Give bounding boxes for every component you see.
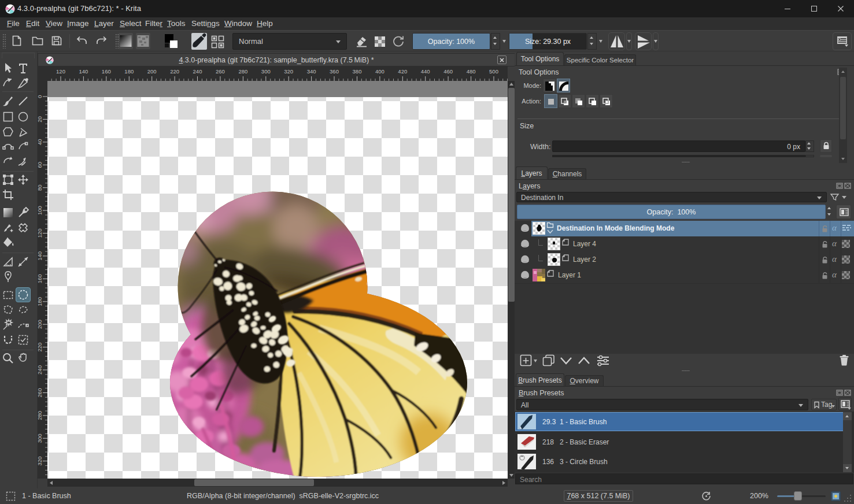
svg-text:320: 320 [38, 457, 43, 466]
svg-text:160: 160 [102, 68, 111, 75]
svg-text:280: 280 [38, 411, 43, 420]
svg-text:380: 380 [353, 68, 362, 75]
svg-text:120: 120 [38, 229, 43, 238]
svg-text:280: 280 [238, 68, 247, 75]
svg-text:260: 260 [38, 388, 43, 398]
svg-text:80: 80 [38, 184, 43, 191]
svg-text:20: 20 [38, 116, 43, 123]
svg-text:480: 480 [467, 68, 476, 75]
svg-text:140: 140 [38, 251, 43, 261]
svg-text:460: 460 [443, 68, 453, 75]
svg-text:360: 360 [330, 68, 339, 75]
svg-text:200: 200 [38, 320, 43, 329]
svg-text:100: 100 [38, 206, 43, 215]
svg-text:140: 140 [79, 68, 88, 75]
svg-text:420: 420 [398, 68, 407, 75]
svg-text:300: 300 [261, 68, 271, 75]
svg-text:220: 220 [170, 68, 179, 75]
svg-text:120: 120 [56, 68, 65, 75]
svg-text:240: 240 [193, 68, 202, 75]
svg-text:300: 300 [38, 433, 43, 443]
svg-text:0: 0 [38, 95, 43, 98]
svg-text:40: 40 [38, 139, 43, 146]
svg-text:180: 180 [124, 68, 134, 75]
svg-text:260: 260 [216, 68, 225, 75]
svg-text:160: 160 [38, 274, 43, 283]
svg-text:200: 200 [147, 68, 157, 75]
svg-text:320: 320 [284, 68, 293, 75]
svg-text:220: 220 [38, 343, 43, 352]
svg-text:340: 340 [307, 68, 316, 75]
svg-text:440: 440 [421, 68, 430, 75]
svg-text:240: 240 [38, 365, 43, 375]
svg-text:180: 180 [38, 297, 43, 306]
svg-text:400: 400 [375, 68, 385, 75]
svg-text:500: 500 [489, 68, 498, 75]
svg-text:60: 60 [38, 162, 43, 168]
